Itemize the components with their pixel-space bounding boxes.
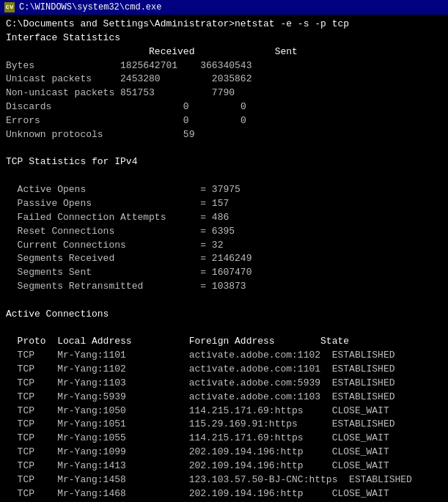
unknown-protocols-row: Unknown protocols 59 [6,128,442,142]
conn-9: TCP Mr-Yang:1458 123.103.57.50-BJ-CNC:ht… [6,473,442,487]
conn-5: TCP Mr-Yang:1051 115.29.169.91:https EST… [6,418,442,432]
title-bar: cv C:\WINDOWS\system32\cmd.exe [0,0,448,15]
title-bar-text: C:\WINDOWS\system32\cmd.exe [19,2,161,12]
conn-7: TCP Mr-Yang:1099 202.109.194.196:http CL… [6,446,442,459]
conn-col-headers: Proto Local Address Foreign Address Stat… [6,335,442,349]
bytes-row: Bytes 1825642701 366340543 [6,59,442,73]
title-bar-icon: cv [4,2,15,12]
terminal[interactable]: C:\Documents and Settings\Administrator>… [0,15,448,502]
tcp-stat-4: Current Connections = 32 [6,239,442,253]
tcp-stat-5: Segments Received = 2146249 [6,252,442,266]
blank-4 [6,322,442,336]
tcp-stat-6: Segments Sent = 1607470 [6,266,442,280]
non-unicast-row: Non-unicast packets 851753 7790 [6,86,442,100]
conn-8: TCP Mr-Yang:1413 202.109.194.196:http CL… [6,459,442,473]
conn-0: TCP Mr-Yang:1101 activate.adobe.com:1102… [6,349,442,363]
conn-2: TCP Mr-Yang:1103 activate.adobe.com:5939… [6,377,442,391]
tcp-stat-0: Active Opens = 37975 [6,183,442,197]
tcp-stat-1: Passive Opens = 157 [6,197,442,211]
tcp-stat-2: Failed Connection Attempts = 486 [6,211,442,225]
unicast-row: Unicast packets 2453280 2035862 [6,73,442,86]
col-headers: Received Sent [6,45,442,59]
conn-10: TCP Mr-Yang:1468 202.109.194.196:http CL… [6,487,442,501]
tcp-stat-3: Reset Connections = 6395 [6,225,442,239]
active-conn-header: Active Connections [6,308,442,322]
conn-1: TCP Mr-Yang:1102 activate.adobe.com:1101… [6,363,442,377]
blank-1 [6,142,442,156]
interface-stats-header: Interface Statistics [6,32,442,45]
conn-3: TCP Mr-Yang:5939 activate.adobe.com:1103… [6,391,442,405]
conn-4: TCP Mr-Yang:1050 114.215.171.69:https CL… [6,405,442,418]
errors-row: Errors 0 0 [6,114,442,128]
tcp-stat-7: Segments Retransmitted = 103873 [6,280,442,294]
prompt-line: C:\Documents and Settings\Administrator>… [6,18,442,32]
blank-3 [6,294,442,308]
blank-2 [6,169,442,183]
conn-6: TCP Mr-Yang:1055 114.215.171.69:https CL… [6,432,442,446]
discards-row: Discards 0 0 [6,100,442,114]
tcp-header: TCP Statistics for IPv4 [6,155,442,169]
